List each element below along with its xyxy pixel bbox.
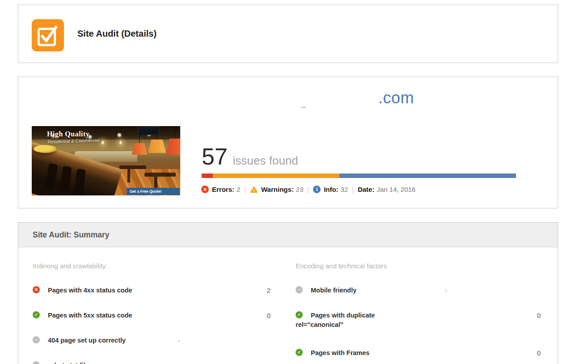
issues-found-headline: 57 issues found — [202, 144, 298, 169]
summary-item: ✓Pages with Frames0 — [296, 348, 541, 357]
severity-stacked-bar — [202, 174, 516, 178]
severity-segment-warning — [213, 174, 340, 178]
photo-table — [119, 165, 146, 169]
photo-lamp-cord — [139, 126, 140, 143]
summary-item: −404 page set up correctly- — [33, 336, 271, 345]
page-title: Site Audit (Details) — [77, 5, 157, 63]
thumbnail-headline: High Quality — [47, 130, 89, 138]
photo-light — [119, 140, 122, 145]
photo-table — [144, 173, 176, 177]
summary-item: ✕Pages with 4xx status code2 — [33, 286, 271, 295]
summary-column-encoding: Encoding and technical factors−Mobile fr… — [296, 247, 541, 357]
summary-item-label: Mobile friendly — [296, 286, 412, 295]
summary-item: −robots.txt file — [33, 361, 271, 364]
status-row: ✕Errors:2|!Warnings:23|iInfo:32|Date:Jan… — [201, 186, 415, 193]
summary-item-label: Pages with 5xx status code — [33, 311, 149, 320]
stat-value: Jan 14, 2016 — [376, 186, 415, 193]
summary-item: −Mobile friendly- — [296, 286, 541, 295]
na-circle-icon: − — [296, 286, 303, 293]
site-thumbnail: High Quality Residential & Commercial Ge… — [32, 119, 181, 195]
separator: | — [244, 186, 246, 193]
stat-value: 23 — [296, 186, 304, 193]
summary-item-label: 404 page set up correctly — [33, 336, 149, 345]
summary-item: ✓Pages with 5xx status code0 — [33, 311, 271, 320]
summary-item-value: 0 — [537, 349, 541, 357]
photo-lamp — [148, 140, 166, 153]
stat-label: Date: — [358, 186, 375, 193]
ok-circle-icon: ✓ — [296, 311, 303, 318]
summary-column-heading: Encoding and technical factors — [296, 262, 541, 271]
site-audit-checkbox-icon — [32, 19, 64, 51]
issues-count: 57 — [202, 144, 228, 169]
stat-error: ✕Errors:2 — [201, 186, 240, 193]
severity-segment-info — [339, 174, 516, 178]
site-overview-card: High Quality Residential & Commercial Ge… — [18, 76, 558, 208]
separator: | — [352, 186, 354, 193]
stat-value: 2 — [237, 186, 240, 193]
summary-item-value: 2 — [267, 287, 271, 294]
separator: | — [307, 186, 309, 193]
photo-lamp — [132, 143, 147, 155]
photo-fruit-bowl — [34, 145, 57, 153]
stat-info: iInfo:32 — [313, 186, 348, 193]
ok-circle-icon: ✓ — [296, 349, 303, 356]
summary-item-value: 0 — [267, 312, 271, 319]
redacted-domain-mark — [301, 107, 306, 108]
info-circle-icon: i — [313, 186, 321, 193]
summary-item-label: robots.txt file — [33, 361, 149, 364]
summary-item-label: Pages with 4xx status code — [33, 286, 149, 295]
report-header-card: Site Audit (Details) — [18, 4, 558, 63]
warning-triangle-icon: ! — [250, 186, 258, 193]
site-audit-summary-card: Site Audit: Summary Indexing and crawlab… — [18, 222, 558, 364]
checkbox-check-icon — [35, 22, 61, 48]
summary-item-label: Pages with Frames — [296, 348, 412, 358]
severity-segment-error — [202, 174, 213, 178]
photo-table-leg — [127, 169, 130, 182]
photo-light — [102, 140, 104, 145]
stat-label: Info: — [324, 186, 338, 193]
photo-lamp-cord — [157, 126, 157, 140]
stat-date: Date:Jan 14, 2016 — [358, 186, 415, 193]
photo-lamp — [166, 139, 180, 155]
na-circle-icon: − — [33, 336, 40, 343]
stat-label: Warnings: — [261, 186, 294, 193]
summary-column-heading: Indexing and crawlability — [33, 262, 271, 271]
stat-value: 32 — [341, 186, 348, 193]
na-circle-icon: − — [33, 361, 40, 364]
error-circle-icon: ✕ — [201, 186, 209, 193]
stat-warning: !Warnings:23 — [250, 186, 303, 193]
website-screenshot-image: High Quality Residential & Commercial Ge… — [32, 126, 180, 195]
summary-item: ✓Pages with duplicate rel="canonical"0 — [296, 311, 541, 332]
summary-column-indexing: Indexing and crawlability✕Pages with 4xx… — [33, 247, 271, 364]
site-domain-link[interactable]: .com — [378, 89, 414, 107]
photo-lamp-cord — [175, 126, 176, 139]
stat-label: Errors: — [212, 186, 234, 193]
summary-title: Site Audit: Summary — [18, 223, 558, 247]
summary-item-label: Pages with duplicate rel="canonical" — [296, 311, 412, 330]
issues-label: issues found — [233, 154, 298, 168]
summary-item-value: 0 — [537, 312, 541, 319]
summary-item-value: - — [178, 337, 180, 344]
ok-circle-icon: ✓ — [33, 311, 40, 318]
summary-item-value: - — [445, 287, 447, 294]
error-circle-icon: ✕ — [33, 286, 40, 293]
thumbnail-cta-banner: Get a Free Quote! — [127, 188, 180, 195]
